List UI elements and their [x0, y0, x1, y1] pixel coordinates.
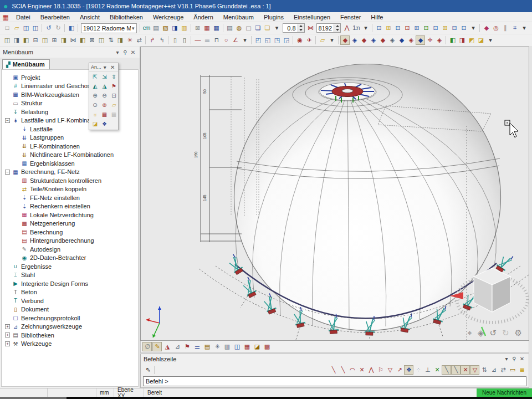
table-results-icon[interactable]: ▦ — [212, 23, 221, 33]
viewport-tool-icon[interactable]: ▥ — [222, 342, 232, 351]
isometric-view-icon[interactable]: ◈ — [478, 328, 484, 338]
toolbar-icon[interactable]: ○ — [221, 35, 231, 45]
toolbar-icon[interactable]: ⊓ — [212, 35, 221, 45]
tree-expander[interactable] — [14, 247, 19, 252]
menu-item[interactable]: Einstellungen — [289, 12, 335, 22]
tree-item[interactable]: ▯ Dokument — [5, 305, 138, 314]
toolbar-icon[interactable]: ◆ — [482, 23, 491, 33]
snap-icon[interactable]: ╲ — [442, 365, 451, 375]
snap-icon[interactable]: ⊥ — [423, 365, 432, 375]
document-blue-icon[interactable]: ❏ — [253, 23, 263, 33]
tree-item[interactable]: ⌶ Stahl — [5, 271, 138, 280]
snap-icon[interactable]: ◠ — [347, 365, 357, 375]
tree-item[interactable]: ✎ Autodesign — [14, 245, 138, 254]
toolbar-icon[interactable]: ▯ — [170, 35, 180, 45]
more-dropdown-icon[interactable]: ▾ — [468, 23, 478, 33]
app-icon[interactable]: ▦ — [0, 13, 11, 21]
snap-icon[interactable]: ✕ — [357, 365, 366, 375]
command-input[interactable]: Befehl > — [143, 376, 526, 386]
viewport-tool-icon[interactable]: ✳ — [212, 342, 222, 351]
tree-expander[interactable] — [14, 204, 19, 209]
printer-icon[interactable]: ▤ — [225, 23, 234, 33]
toolbar-icon[interactable]: ◳ — [272, 35, 282, 45]
viewport-tool-icon[interactable]: ▦ — [242, 342, 252, 351]
toolbar-icon[interactable]: ◆ — [397, 35, 406, 45]
toolbar-icon[interactable]: ◈ — [369, 35, 378, 45]
paste-icon[interactable]: ▥ — [180, 23, 189, 33]
menu-item[interactable]: Menübaum — [218, 12, 259, 22]
tree-item[interactable]: + ⊿ Zeichnungswerkzeuge — [5, 323, 138, 331]
toolbar-icon[interactable]: ↰ — [157, 35, 166, 45]
tree-expander[interactable] — [5, 281, 10, 286]
menu-item[interactable]: Bearbeiten — [35, 12, 75, 22]
spin-down[interactable] — [334, 28, 340, 32]
toolbar-icon[interactable]: ◧ — [448, 35, 457, 45]
tree-expander[interactable] — [14, 187, 19, 192]
save-icon[interactable]: ◫ — [30, 23, 40, 33]
tree-item[interactable]: T Verbund — [5, 296, 138, 305]
toolbar-icon[interactable]: ⌗ — [510, 23, 519, 33]
tree-expander[interactable] — [14, 229, 19, 234]
snap-icon[interactable]: ❖ — [404, 365, 413, 375]
tree-expander[interactable] — [5, 298, 10, 303]
tree-item[interactable]: + ⚒ Werkzeuge — [5, 340, 138, 349]
modify-tab-icon[interactable]: ✎ — [152, 342, 162, 351]
tree-expander[interactable] — [5, 109, 10, 114]
tree-item[interactable]: ▦ Lokale Netzverdichtung — [14, 211, 138, 219]
toolbar-icon[interactable]: ◨ — [457, 35, 467, 45]
toolbar-icon[interactable]: ✳ — [125, 35, 134, 45]
units-icon[interactable]: cm — [142, 23, 151, 33]
snap-icon[interactable]: ▽ — [470, 365, 479, 375]
toolbar-icon[interactable]: ⊡ — [431, 23, 440, 33]
tree-expander[interactable] — [5, 315, 10, 320]
snap-icon[interactable]: ╲ — [451, 365, 461, 375]
render-icon[interactable]: ❖ — [100, 120, 109, 129]
menu-item[interactable]: Hilfe — [366, 12, 388, 22]
toolbar-icon[interactable]: ⊞ — [383, 23, 393, 33]
mesh-spinner[interactable]: 8192 — [316, 23, 341, 33]
picture-icon[interactable]: ◍ — [234, 23, 244, 33]
zoom-fit-icon[interactable]: ⌖ — [467, 328, 472, 338]
viewport-tool-icon[interactable]: ▩ — [262, 342, 272, 351]
toolbar-icon[interactable]: ⇄ — [134, 35, 144, 45]
tree-expander[interactable] — [14, 221, 19, 226]
snap-icon[interactable]: ▽ — [385, 365, 395, 375]
document-icon[interactable]: ▢ — [244, 23, 253, 33]
menu-item[interactable]: Fenster — [335, 12, 366, 22]
tree-item[interactable]: ⇣ Lastfälle — [14, 125, 138, 134]
tree-item[interactable]: ⇊ Lastgruppen — [14, 134, 138, 142]
chevron-down-icon[interactable]: ▾ — [114, 49, 121, 55]
3d-viewport[interactable]: 50 105 145 190 — [140, 47, 529, 341]
toolbar-icon[interactable]: ◰ — [253, 35, 263, 45]
toolbar-icon[interactable]: ◧ — [21, 35, 30, 45]
tree-expander[interactable] — [14, 178, 19, 183]
toolbar-icon[interactable]: — — [193, 35, 202, 45]
toolbar-icon[interactable]: ⊟ — [421, 23, 431, 33]
toolbar-icon[interactable]: ◈ — [387, 35, 397, 45]
toolbar-icon[interactable]: ⇅ — [106, 35, 115, 45]
zoom-selection-icon[interactable]: ⊚ — [100, 101, 109, 110]
tree-expander[interactable] — [14, 212, 19, 217]
print-preview-icon[interactable]: ▧ — [161, 23, 170, 33]
tree-expander[interactable] — [14, 195, 19, 200]
tree-expander[interactable]: + — [5, 341, 10, 346]
toolbar-icon[interactable]: ◈ — [406, 35, 416, 45]
tree-expander[interactable] — [5, 273, 10, 278]
mesh-refine-icon[interactable]: ⋀ — [342, 23, 351, 33]
toolbar-icon[interactable]: ◆ — [359, 35, 369, 45]
tree-expander[interactable] — [5, 290, 10, 295]
more-dropdown-icon[interactable]: ▾ — [361, 23, 370, 33]
snap-icon[interactable]: ✕ — [432, 365, 442, 375]
snap-icon[interactable]: ≣ — [517, 365, 526, 375]
3d-viewport-canvas[interactable]: 50 105 145 190 — [141, 47, 529, 341]
toolbar-icon[interactable]: ◪ — [476, 35, 485, 45]
toolbar-icon[interactable]: ◆ — [378, 35, 387, 45]
snap-icon[interactable]: ╲ — [338, 365, 347, 375]
toolbar-icon[interactable]: ◲ — [282, 35, 291, 45]
workplane-icon[interactable]: ✈ — [304, 35, 314, 45]
toolbar-icon[interactable]: ◆ — [340, 35, 350, 45]
pointer-mode-icon[interactable]: ⇖ — [143, 365, 152, 375]
tree-item[interactable]: − ▦ Berechnung, FE-Netz — [5, 168, 138, 177]
project-dropdown[interactable]: 19012 Radome Mc ▾ — [81, 23, 137, 33]
chevron-down-icon[interactable]: ▾ — [503, 356, 510, 362]
